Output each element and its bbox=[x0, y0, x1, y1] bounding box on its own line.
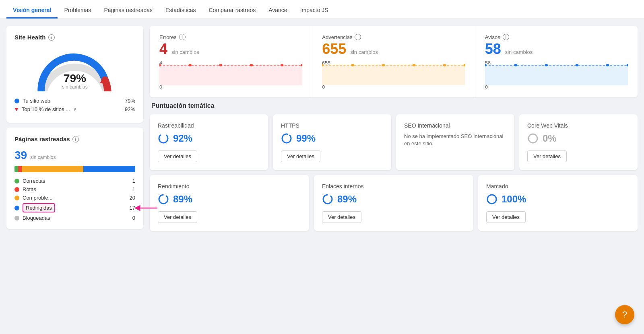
bar-broken bbox=[18, 166, 22, 172]
bar-redirected bbox=[83, 166, 135, 172]
rastreabilidad-circle-icon bbox=[158, 133, 169, 144]
pages-label: Páginas rastreadas bbox=[14, 136, 70, 142]
errores-label-row: Errores i bbox=[159, 34, 302, 40]
https-details-btn[interactable]: Ver detalles bbox=[281, 151, 320, 162]
svg-point-4 bbox=[188, 64, 192, 66]
nav-item-problemas[interactable]: Problemas bbox=[58, 2, 97, 19]
site-value: 79% bbox=[125, 98, 135, 104]
legend-correctas: Correctas 1 bbox=[14, 178, 135, 184]
redirigidas-highlight: Redirigidas bbox=[23, 203, 55, 212]
legend-left-correctas: Correctas bbox=[14, 178, 45, 184]
core-web-vitals-pct: 0% bbox=[543, 133, 557, 144]
gauge-wrap: 79% sin cambios bbox=[35, 47, 115, 91]
site-health-label: Site Health bbox=[14, 34, 46, 41]
svg-point-24 bbox=[575, 64, 578, 66]
avisos-info-icon[interactable]: i bbox=[503, 34, 509, 40]
score-https: HTTPS 99% Ver detalles bbox=[273, 114, 391, 170]
site-health-info-icon[interactable]: i bbox=[48, 34, 55, 41]
score-rendimiento: Rendimiento 89% Ver detalles bbox=[150, 175, 309, 231]
rotas-value: 1 bbox=[132, 186, 135, 192]
svg-point-6 bbox=[250, 64, 253, 66]
errores-value-row: 4 sin cambios bbox=[159, 42, 302, 56]
bloqueadas-value: 0 bbox=[132, 215, 135, 221]
core-web-vitals-circle-icon bbox=[527, 133, 539, 144]
legend-rotas: Rotas 1 bbox=[14, 186, 135, 192]
avisos-label: Avisos bbox=[485, 34, 500, 40]
errores-value: 4 bbox=[159, 42, 167, 56]
rotas-label: Rotas bbox=[23, 186, 36, 192]
rastreabilidad-value-row: 92% bbox=[158, 133, 260, 144]
svg-point-13 bbox=[351, 64, 355, 66]
svg-point-34 bbox=[487, 195, 496, 204]
conprob-label: Con proble... bbox=[23, 195, 52, 201]
avisos-sparkline-svg: 58 0 bbox=[485, 61, 628, 89]
legend-left-site: Tu sitio web bbox=[14, 98, 50, 104]
advertencias-info-icon[interactable]: i bbox=[355, 34, 361, 40]
top10-triangle-icon bbox=[14, 108, 19, 111]
core-web-vitals-title: Core Web Vitals bbox=[527, 122, 630, 129]
advertencias-label: Advertencias bbox=[322, 34, 352, 40]
svg-point-25 bbox=[606, 64, 609, 66]
legend-left-bloqueadas: Bloqueadas bbox=[14, 215, 50, 221]
conprob-value: 20 bbox=[130, 195, 135, 201]
redirigidas-value: 17 bbox=[130, 205, 135, 211]
pages-card: Páginas rastreadas i 39 sin cambios Corr… bbox=[6, 128, 143, 229]
top10-label: Top 10 % de sitios ... bbox=[22, 106, 70, 112]
svg-text:0: 0 bbox=[159, 85, 162, 89]
rendimiento-details-btn[interactable]: Ver detalles bbox=[158, 211, 197, 223]
advertencias-value-row: 655 sin cambios bbox=[322, 42, 465, 56]
metric-advertencias: Advertencias i 655 sin cambios bbox=[312, 26, 475, 97]
site-health-legend: Tu sitio web 79% Top 10 % de sitios ... … bbox=[14, 98, 135, 112]
https-pct: 99% bbox=[296, 133, 316, 144]
nav-item-estadísticas[interactable]: Estadísticas bbox=[159, 2, 202, 19]
nav-item-comparar-rastreos[interactable]: Comparar rastreos bbox=[202, 2, 262, 19]
marcado-title: Marcado bbox=[486, 183, 630, 190]
score-core-web-vitals: Core Web Vitals 0% Ver detalles bbox=[519, 114, 638, 170]
gauge-sub: sin cambios bbox=[62, 84, 87, 90]
marcado-pct: 100% bbox=[502, 194, 526, 205]
thematic-section: Puntuación temática Rastreabilidad 92% V… bbox=[150, 102, 638, 231]
rastreabilidad-pct: 92% bbox=[173, 133, 192, 144]
top-navigation: Visión generalProblemasPáginas rastreada… bbox=[0, 0, 644, 19]
legend-left-redirigidas: Redirigidas bbox=[14, 203, 55, 212]
legend-bloqueadas: Bloqueadas 0 bbox=[14, 215, 135, 221]
nav-item-páginas-rastreadas[interactable]: Páginas rastreadas bbox=[97, 2, 159, 19]
legend-item-site: Tu sitio web 79% bbox=[14, 98, 135, 104]
marcado-details-btn[interactable]: Ver detalles bbox=[486, 211, 526, 223]
expand-icon[interactable]: ∨ bbox=[73, 107, 76, 112]
bar-issues bbox=[22, 166, 83, 172]
score-enlaces-internos: Enlaces internos 89% Ver detalles bbox=[314, 175, 473, 231]
correctas-value: 1 bbox=[132, 178, 135, 184]
svg-rect-11 bbox=[322, 65, 465, 85]
rendimiento-circle-icon bbox=[158, 194, 169, 205]
svg-rect-20 bbox=[485, 65, 628, 85]
site-dot bbox=[14, 99, 19, 103]
pages-count-row: 39 sin cambios bbox=[14, 149, 135, 162]
metric-avisos: Avisos i 58 sin cambios bbox=[475, 26, 638, 97]
nav-item-impacto-js[interactable]: Impacto JS bbox=[294, 2, 335, 19]
pages-title: Páginas rastreadas i bbox=[14, 136, 135, 142]
content-area: Errores i 4 sin cambios bbox=[150, 26, 638, 231]
errores-change: sin cambios bbox=[171, 49, 199, 55]
rotas-dot bbox=[14, 187, 19, 192]
errores-info-icon[interactable]: i bbox=[179, 34, 186, 40]
nav-item-visión-general[interactable]: Visión general bbox=[6, 2, 58, 19]
pages-info-icon[interactable]: i bbox=[72, 136, 79, 142]
legend-conprob: Con proble... 20 bbox=[14, 195, 135, 201]
metric-errores: Errores i 4 sin cambios bbox=[150, 26, 312, 97]
site-health-title: Site Health i bbox=[14, 34, 135, 41]
redirigidas-label: Redirigidas bbox=[26, 205, 52, 211]
legend-left-conprob: Con proble... bbox=[14, 195, 52, 201]
core-web-vitals-details-btn[interactable]: Ver detalles bbox=[527, 151, 567, 162]
legend-left-top10: Top 10 % de sitios ... ∨ bbox=[14, 106, 76, 112]
svg-point-32 bbox=[159, 195, 168, 204]
legend-item-top10: Top 10 % de sitios ... ∨ 92% bbox=[14, 106, 135, 112]
rastreabilidad-details-btn[interactable]: Ver detalles bbox=[158, 151, 197, 162]
svg-text:655: 655 bbox=[322, 61, 330, 65]
enlaces-details-btn[interactable]: Ver detalles bbox=[322, 211, 361, 223]
nav-item-avance[interactable]: Avance bbox=[262, 2, 293, 19]
svg-point-15 bbox=[413, 64, 416, 66]
pages-sub: sin cambios bbox=[30, 155, 56, 160]
legend-redirigidas: Redirigidas 17 bbox=[14, 203, 135, 212]
core-web-vitals-value-row: 0% bbox=[527, 133, 630, 144]
